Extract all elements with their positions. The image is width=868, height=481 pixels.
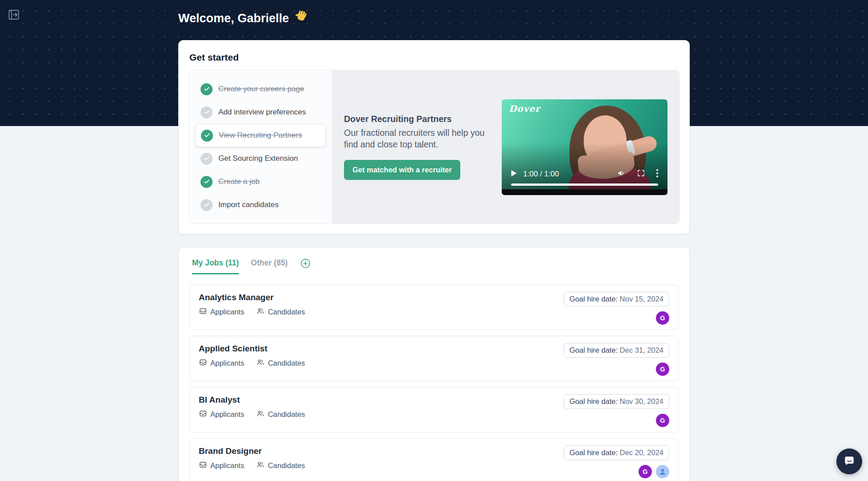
users-icon [256,358,265,368]
goal-date: Nov 30, 2024 [620,397,663,405]
avatar-g[interactable]: G [656,414,669,427]
job-row-brand-designer[interactable]: Brand Designer Applicants Candidates [189,438,679,481]
job-title: BI Analyst [199,395,305,405]
goal-label: Goal hire date: [569,397,618,405]
volume-icon[interactable] [617,169,626,179]
applicants-link[interactable]: Applicants [199,461,244,471]
check-todo-icon [201,106,213,118]
users-icon [256,409,265,420]
tab-other[interactable]: Other (85) [251,258,288,274]
checklist-item-label: Create your careers page [218,85,304,94]
checklist-item-careers-page[interactable]: Create your careers page [195,77,326,101]
goal-hire-date-badge: Goal hire date: Nov 15, 2024 [564,292,669,306]
video-time: 1:00 / 1:00 [523,170,559,179]
welcome-text: Welcome, Gabrielle [178,11,289,26]
users-icon [256,461,265,471]
job-meta: Goal hire date: Dec 20, 2024 G [564,445,669,478]
applicants-link[interactable]: Applicants [199,307,244,317]
goal-hire-date-badge: Goal hire date: Dec 20, 2024 [564,445,669,460]
chat-launcher-button[interactable] [836,448,862,474]
chat-bubble-icon [843,454,856,469]
checklist-item-create-job[interactable]: Create a job [195,170,326,193]
check-done-icon [201,130,213,142]
avatar-g[interactable]: G [639,465,652,478]
play-icon[interactable] [511,170,517,179]
more-options-icon[interactable] [656,169,659,179]
goal-label: Goal hire date: [569,346,618,354]
inbox-icon [199,358,207,368]
users-icon [256,307,265,317]
job-title: Brand Designer [199,446,305,456]
candidates-link[interactable]: Candidates [256,358,305,368]
dover-video-logo: Dover [509,103,540,114]
promo-title: Dover Recruiting Partners [344,114,493,124]
video-controls: 1:00 / 1:00 [502,169,667,179]
video-bottom-strip [502,189,667,195]
video-progress-bar[interactable] [511,183,658,186]
get-matched-button[interactable]: Get matched with a recruiter [344,160,460,180]
check-todo-icon [201,153,213,165]
inbox-icon [199,307,207,317]
checklist-item-sourcing-extension[interactable]: Get Sourcing Extension [195,147,326,170]
job-info: Applied Scientist Applicants Candidates [199,343,305,368]
candidates-link[interactable]: Candidates [256,409,305,420]
checklist-item-label: Create a job [218,177,260,186]
candidates-link[interactable]: Candidates [256,307,305,317]
goal-date: Dec 31, 2024 [620,346,663,354]
avatar-g[interactable]: G [656,363,669,376]
job-info: BI Analyst Applicants Candidates [199,394,305,420]
promo-description: Our fractional recruiters will help you … [344,127,493,150]
promo-text-block: Dover Recruiting Partners Our fractional… [344,114,493,180]
applicants-label: Applicants [210,410,244,419]
candidates-link[interactable]: Candidates [256,461,305,471]
avatar-g[interactable]: G [656,311,669,325]
job-row-analytics-manager[interactable]: Analytics Manager Applicants Candidates [189,285,679,330]
user-avatar[interactable] [656,465,669,478]
get-started-title: Get started [189,52,679,63]
checklist-item-label: Import candidates [218,200,278,209]
checklist-item-label: Get Sourcing Extension [218,154,298,163]
applicants-link[interactable]: Applicants [199,358,244,368]
inbox-icon [199,409,207,420]
add-job-button[interactable] [300,258,311,270]
job-meta: Goal hire date: Nov 30, 2024 G [564,394,669,427]
applicants-link[interactable]: Applicants [199,409,244,420]
plus-circle-icon [300,264,311,270]
job-info: Analytics Manager Applicants Candidates [199,292,305,317]
waving-hand-icon [295,10,308,27]
applicants-label: Applicants [210,461,244,470]
goal-date: Nov 15, 2024 [620,295,663,303]
onboarding-panel: Create your careers page Add interview p… [188,70,680,224]
goal-hire-date-badge: Goal hire date: Nov 30, 2024 [564,394,669,409]
candidates-label: Candidates [268,461,305,470]
job-title: Applied Scientist [199,344,305,354]
candidates-label: Candidates [268,308,305,316]
page-title: Welcome, Gabrielle [178,10,690,27]
sidebar-expand-button[interactable] [6,8,21,23]
fullscreen-icon[interactable] [637,169,645,179]
applicants-label: Applicants [210,308,244,316]
video-player[interactable]: Dover 1:00 / 1:00 [502,99,667,195]
job-meta: Goal hire date: Nov 15, 2024 G [564,292,669,325]
checklist-item-recruiting-partners[interactable]: View Recruiting Partners [195,124,326,147]
main-content: Welcome, Gabrielle Get started [178,0,690,481]
goal-date: Dec 20, 2024 [620,448,663,457]
job-row-applied-scientist[interactable]: Applied Scientist Applicants Candidates [189,336,679,381]
candidates-label: Candidates [268,410,305,419]
tab-my-jobs[interactable]: My Jobs (11) [192,258,239,274]
job-info: Brand Designer Applicants Candidates [199,445,305,471]
jobs-tabs: My Jobs (11) Other (85) [189,257,679,274]
checklist-item-import-candidates[interactable]: Import candidates [195,193,326,216]
check-done-icon [201,176,213,188]
job-row-bi-analyst[interactable]: BI Analyst Applicants Candidates [189,387,679,432]
applicants-label: Applicants [210,359,244,367]
checklist-item-label: Add interview preferences [218,108,306,117]
goal-label: Goal hire date: [569,295,618,303]
checklist-item-interview-preferences[interactable]: Add interview preferences [195,101,326,124]
panel-expand-icon [7,16,20,23]
get-started-card: Get started Create your careers page Add… [178,40,690,234]
candidates-label: Candidates [268,359,305,367]
goal-hire-date-badge: Goal hire date: Dec 31, 2024 [564,343,669,358]
jobs-card: My Jobs (11) Other (85) Analytics Manage… [178,247,690,481]
check-todo-icon [201,199,213,211]
